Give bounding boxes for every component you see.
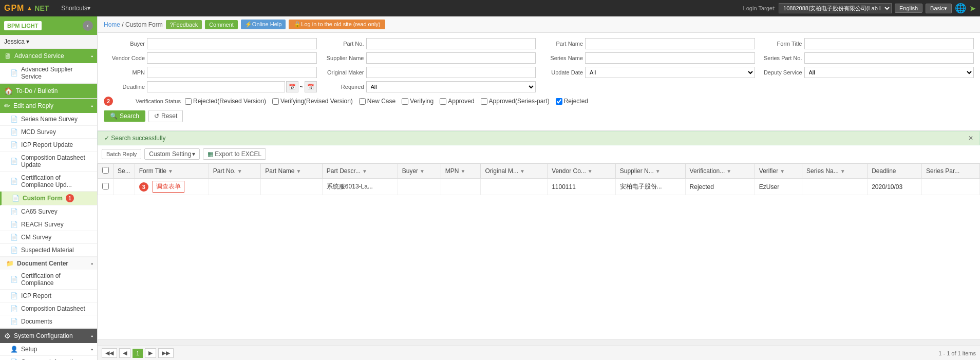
sidebar-item-advanced-supplier-service[interactable]: 📄 Advanced Supplier Service xyxy=(0,63,97,83)
logout-icon[interactable]: ➤ xyxy=(969,4,976,13)
checkbox-new-case[interactable]: New Case xyxy=(359,98,395,105)
sidebar-item-icp-report[interactable]: 📄 ICP Report xyxy=(0,290,97,302)
checkbox-verifying-revised[interactable]: Verifying(Revised Version) xyxy=(272,98,353,105)
sidebar-item-icp-report-update[interactable]: 📄 ICP Report Update xyxy=(0,139,97,151)
sidebar-item-company-information[interactable]: 📄 Company Information xyxy=(0,356,97,360)
sidebar-item-composition-datasheet[interactable]: 📄 Composition Datasheet xyxy=(0,302,97,315)
series-na-filter-icon[interactable]: ▼ xyxy=(840,168,845,174)
series-part-no-input[interactable] xyxy=(804,52,974,64)
batch-reply-btn[interactable]: Batch Reply xyxy=(102,149,141,159)
language-btn[interactable]: English xyxy=(895,4,922,13)
row-checkbox[interactable] xyxy=(102,183,109,190)
vendor-co-filter-icon[interactable]: ▼ xyxy=(588,168,593,174)
th-part-descr[interactable]: Part Descr... ▼ xyxy=(322,164,398,179)
online-help-btn[interactable]: ⚡Online Help xyxy=(241,20,286,29)
globe-icon[interactable]: 🌐 xyxy=(955,3,966,14)
buyer-filter-icon[interactable]: ▼ xyxy=(420,168,425,174)
checkbox-approved[interactable]: Approved xyxy=(440,98,474,105)
checkbox-rejected-revised[interactable]: Rejected(Revised Version) xyxy=(185,98,266,105)
part-no-input[interactable] xyxy=(366,38,536,49)
required-select[interactable]: All xyxy=(366,81,536,92)
th-verifier[interactable]: Verifier ▼ xyxy=(755,164,802,179)
breadcrumb-home[interactable]: Home xyxy=(104,21,120,28)
first-page-btn[interactable]: ◀◀ xyxy=(102,348,117,358)
checkbox-new-case-input[interactable] xyxy=(359,98,366,105)
th-series-par[interactable]: Series Par... xyxy=(921,164,979,179)
export-excel-btn[interactable]: ▦ Export to EXCEL xyxy=(203,148,266,160)
last-page-btn[interactable]: ▶▶ xyxy=(158,348,174,358)
sidebar-item-ca65-survey[interactable]: 📄 CA65 Survey xyxy=(0,205,97,218)
th-series-na[interactable]: Series Na... ▼ xyxy=(802,164,868,179)
sidebar-subheader-document-center[interactable]: 📁 Document Center ▪ xyxy=(0,257,97,270)
sidebar-section-header-edit-reply[interactable]: ✏ Edit and Reply ▪ xyxy=(0,99,97,113)
sidebar-item-certification-compliance[interactable]: 📄 Certification of Compliance xyxy=(0,270,97,290)
buyer-input[interactable] xyxy=(147,38,317,49)
verification-filter-icon[interactable]: ▼ xyxy=(726,168,731,174)
deputy-service-select[interactable]: All xyxy=(804,67,974,78)
checkbox-verifying-revised-input[interactable] xyxy=(272,98,279,105)
checkbox-rejected-revised-input[interactable] xyxy=(185,98,192,105)
part-name-filter-icon[interactable]: ▼ xyxy=(296,168,301,174)
sidebar-section-header-advanced-service[interactable]: 🖥 Advanced Service ▪ xyxy=(0,49,97,63)
checkbox-rejected-input[interactable] xyxy=(556,98,562,105)
sidebar-item-custom-form[interactable]: 📄 Custom Form 1 xyxy=(0,192,97,205)
form-title-input[interactable] xyxy=(804,38,974,49)
sidebar-section-header-system-config[interactable]: ⚙ System Configuration ▪ xyxy=(0,329,97,343)
sidebar-item-composition-datasheet-update[interactable]: 📄 Composition Datasheet Update xyxy=(0,151,97,172)
page-1-btn[interactable]: 1 xyxy=(133,349,143,358)
th-part-name[interactable]: Part Name ▼ xyxy=(261,164,323,179)
vendor-code-input[interactable] xyxy=(147,52,317,64)
checkbox-rejected[interactable]: Rejected xyxy=(556,98,588,105)
form-title-filter-icon[interactable]: ▼ xyxy=(168,168,173,174)
old-site-btn[interactable]: 🔒Log in to the old site (read only) xyxy=(289,20,385,29)
th-part-no[interactable]: Part No. ▼ xyxy=(209,164,260,179)
supplier-name-input[interactable] xyxy=(366,52,536,64)
part-name-input[interactable] xyxy=(585,38,755,49)
sidebar-item-cert-compliance-upd[interactable]: 📄 Certification of Compliance Upd... xyxy=(0,172,97,192)
next-page-btn[interactable]: ▶ xyxy=(145,348,156,358)
user-bar[interactable]: Jessica ▾ xyxy=(0,35,97,49)
reset-btn[interactable]: ↺ Reset xyxy=(148,110,183,122)
sidebar-section-header-todo[interactable]: 🏠 To-Do / Bulletin xyxy=(0,84,97,98)
supplier-n-filter-icon[interactable]: ▼ xyxy=(655,168,661,174)
login-target-select[interactable]: 10882088|安柏电子股份有限公司(Lab light... xyxy=(779,3,892,13)
original-m-filter-icon[interactable]: ▼ xyxy=(520,168,525,174)
sidebar-item-mcd-survey[interactable]: 📄 MCD Survey xyxy=(0,126,97,139)
checkbox-verifying[interactable]: Verifying xyxy=(402,98,434,105)
feedback-btn[interactable]: ?Feedback xyxy=(166,20,202,29)
th-mpn[interactable]: MPN ▼ xyxy=(441,164,481,179)
checkbox-approved-series-part-input[interactable] xyxy=(481,98,487,105)
part-no-filter-icon[interactable]: ▼ xyxy=(237,168,242,174)
series-name-input[interactable] xyxy=(585,52,755,64)
th-vendor-co[interactable]: Vendor Co... ▼ xyxy=(548,164,616,179)
mpn-filter-icon[interactable]: ▼ xyxy=(460,168,465,174)
sidebar-collapse-btn[interactable]: ‹ xyxy=(83,21,93,31)
custom-setting-btn[interactable]: Custom Setting ▾ xyxy=(144,148,200,160)
sidebar-item-reach-survey[interactable]: 📄 REACH Survey xyxy=(0,218,97,231)
th-original-m[interactable]: Original M... ▼ xyxy=(481,164,548,179)
horizontal-scrollbar[interactable] xyxy=(98,339,980,346)
sidebar-item-suspected-material[interactable]: 📄 Suspected Material xyxy=(0,244,97,257)
th-buyer[interactable]: Buyer ▼ xyxy=(398,164,441,179)
sidebar-item-setup[interactable]: 👤 Setup ▪ xyxy=(0,343,97,356)
deadline-start-input[interactable] xyxy=(147,81,285,92)
sidebar-item-documents[interactable]: 📄 Documents xyxy=(0,315,97,328)
verifier-filter-icon[interactable]: ▼ xyxy=(780,168,785,174)
prev-page-btn[interactable]: ◀ xyxy=(119,348,130,358)
close-success-btn[interactable]: ✕ xyxy=(968,135,973,142)
comment-btn[interactable]: Comment xyxy=(205,20,238,29)
checkbox-verifying-input[interactable] xyxy=(402,98,408,105)
deadline-end-calendar-btn[interactable]: 📅 xyxy=(305,81,317,92)
mode-btn[interactable]: Basic▾ xyxy=(926,4,952,13)
form-title-value[interactable]: 调查表单 xyxy=(153,181,184,193)
th-form-title[interactable]: Form Title ▼ xyxy=(135,164,209,179)
checkbox-approved-input[interactable] xyxy=(440,98,446,105)
th-supplier-n[interactable]: Supplier N... ▼ xyxy=(615,164,685,179)
deadline-start-calendar-btn[interactable]: 📅 xyxy=(286,81,298,92)
th-verification[interactable]: Verification... ▼ xyxy=(685,164,755,179)
th-deadline[interactable]: Deadline xyxy=(868,164,922,179)
update-date-select[interactable]: All xyxy=(585,67,755,78)
sidebar-item-series-name-survey[interactable]: 📄 Series Name Survey xyxy=(0,113,97,126)
sidebar-item-cm-survey[interactable]: 📄 CM Survey xyxy=(0,231,97,244)
checkbox-approved-series-part[interactable]: Approved(Series-part) xyxy=(481,98,550,105)
